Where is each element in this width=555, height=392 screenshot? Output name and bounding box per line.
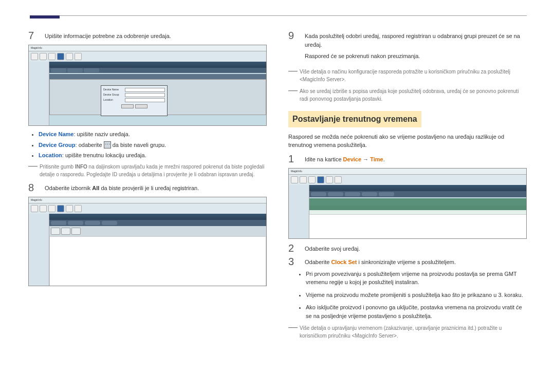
bullet-device-group: Device Group: odaberite da biste naveli …	[39, 141, 267, 150]
note-body: Više detalja o upravljanju vremenom (zak…	[300, 324, 527, 340]
dash-icon: ―	[28, 163, 38, 178]
toolbar-icon	[300, 176, 307, 183]
toolbar-button	[71, 228, 81, 235]
screenshot-device-all: MagicInfo	[28, 197, 267, 286]
screenshot-tab	[67, 68, 83, 72]
bullet-location: Location: upišite trenutnu lokaciju uređ…	[39, 151, 267, 160]
step-1: 1 Idite na kartice Device → Time.	[288, 154, 527, 164]
approval-dialog: Device Name Device Group Location	[101, 85, 168, 116]
dash-icon: ―	[288, 68, 298, 83]
toolbar-icon	[31, 53, 38, 60]
toolbar-icon	[335, 176, 342, 183]
toolbar-icon	[57, 205, 64, 212]
step8-all: All	[92, 185, 99, 191]
approval-device-group-label: Device Group	[103, 93, 123, 97]
screenshot-content	[309, 215, 526, 239]
step8-pre: Odaberite izbornik	[45, 185, 92, 191]
toolbar-icon	[75, 205, 82, 212]
toolbar-icon	[317, 176, 324, 183]
step-number: 2	[288, 243, 298, 253]
bullet-device-name: Device Name: upišite naziv uređaja.	[39, 130, 267, 139]
note-pre: Pritisnite gumb	[40, 164, 75, 170]
toolbar-icon	[31, 205, 38, 212]
screenshot-device-time: MagicInfo	[288, 168, 527, 239]
step-text: Odaberite svoj uređaj.	[305, 243, 527, 253]
location-label: Location	[39, 152, 62, 158]
toolbar-icon	[66, 205, 73, 212]
two-column-layout: 7 Upišite informacije potrebne za odobre…	[28, 30, 527, 344]
screenshot-tab	[51, 68, 66, 72]
app-title: MagicInfo	[291, 170, 302, 173]
app-icon-bar	[29, 51, 266, 62]
step7-bullets: Device Name: upišite naziv uređaja. Devi…	[39, 130, 267, 160]
step-7: 7 Upišite informacije potrebne za odobre…	[28, 30, 267, 41]
screenshot-tab	[51, 221, 66, 225]
section-heading: Postavljanje trenutnog vremena	[288, 111, 421, 127]
screenshot-content	[49, 236, 266, 286]
note-body: Više detalja o načinu konfiguracije rasp…	[300, 68, 527, 83]
app-title-bar: MagicInfo	[29, 45, 266, 51]
step-text: Odaberite Clock Set i sinkronizirajte vr…	[305, 256, 527, 267]
step-number: 7	[28, 30, 38, 41]
screenshot-tab	[311, 192, 326, 196]
bullet-text: : upišite naziv uređaja.	[74, 131, 130, 137]
toolbar-button	[61, 228, 70, 235]
note-config: ― Više detalja o načinu konfiguracije ra…	[288, 68, 527, 83]
toolbar-icon	[75, 53, 82, 60]
step9-line1: Kada poslužitelj odobri uređaj, raspored…	[305, 32, 527, 49]
screenshot-body	[29, 214, 266, 286]
bullet-text: da biste naveli grupu.	[111, 142, 166, 148]
app-icon-bar	[289, 175, 526, 185]
screenshot-sidebar	[289, 185, 309, 238]
dash-icon: ―	[288, 324, 298, 340]
screenshot-subheader	[49, 68, 266, 73]
step1-device: Device	[343, 156, 361, 162]
approval-location-label: Location	[103, 98, 123, 102]
screenshot-tab	[85, 221, 100, 225]
step3-pre: Odaberite	[305, 259, 331, 265]
screenshot-header	[49, 62, 266, 68]
toolbar-icon	[40, 53, 47, 60]
approval-field: Device Name	[103, 88, 165, 92]
app-icon-bar	[29, 203, 266, 214]
approval-field: Device Group	[103, 93, 165, 97]
step-9: 9 Kada poslužitelj odobri uređaj, raspor…	[288, 30, 527, 61]
note-delete: ― Ako se uređaj izbriše s popisa uređaja…	[288, 87, 527, 103]
sub-bullet: Pri prvom povezivanju s poslužiteljem vr…	[306, 270, 527, 287]
step-number: 9	[288, 30, 298, 61]
toolbar-icon	[48, 53, 55, 60]
approval-input	[125, 88, 165, 92]
screenshot-body	[289, 185, 526, 238]
step-text: Idite na kartice Device → Time.	[305, 154, 527, 164]
step-number: 3	[288, 256, 298, 267]
step1-post: .	[383, 156, 385, 162]
screenshot-sidebar	[29, 62, 49, 125]
step3-sub-bullets: Pri prvom povezivanju s poslužiteljem vr…	[306, 270, 527, 321]
app-title: MagicInfo	[31, 46, 42, 49]
bullet-text: : upišite trenutnu lokaciju uređaja.	[62, 152, 146, 158]
left-column: 7 Upišite informacije potrebne za odobre…	[28, 30, 267, 344]
app-title: MagicInfo	[31, 198, 42, 201]
approval-input	[125, 93, 165, 97]
note-body: Ako se uređaj izbriše s popisa uređaja k…	[300, 87, 527, 103]
approval-cancel-button	[135, 104, 147, 108]
screenshot-sidebar	[29, 214, 49, 286]
section-intro: Raspored se možda neće pokrenuti ako se …	[288, 133, 527, 150]
sub-bullet: Vrijeme na proizvodu možete promijeniti …	[306, 291, 527, 300]
step-text: Odaberite izbornik All da biste provjeri…	[45, 182, 267, 193]
right-column: 9 Kada poslužitelj odobri uređaj, raspor…	[288, 30, 527, 344]
sub-bullet: Ako isključite proizvod i ponovno ga ukl…	[306, 303, 527, 320]
screenshot-header	[309, 185, 526, 191]
approval-device-name-label: Device Name	[103, 88, 123, 92]
toolbar-icon	[291, 176, 298, 183]
toolbar-icon	[57, 53, 64, 60]
screenshot-tab	[345, 192, 360, 196]
step-text: Upišite informacije potrebne za odobrenj…	[45, 30, 267, 41]
screenshot-table-head	[309, 198, 526, 206]
screenshot-tab	[84, 68, 99, 72]
approval-field: Location	[103, 98, 165, 102]
step1-arrow: →	[361, 156, 370, 162]
header-rule	[30, 15, 527, 16]
step1-time: Time	[370, 156, 383, 162]
screenshot-toolbar	[49, 226, 266, 236]
